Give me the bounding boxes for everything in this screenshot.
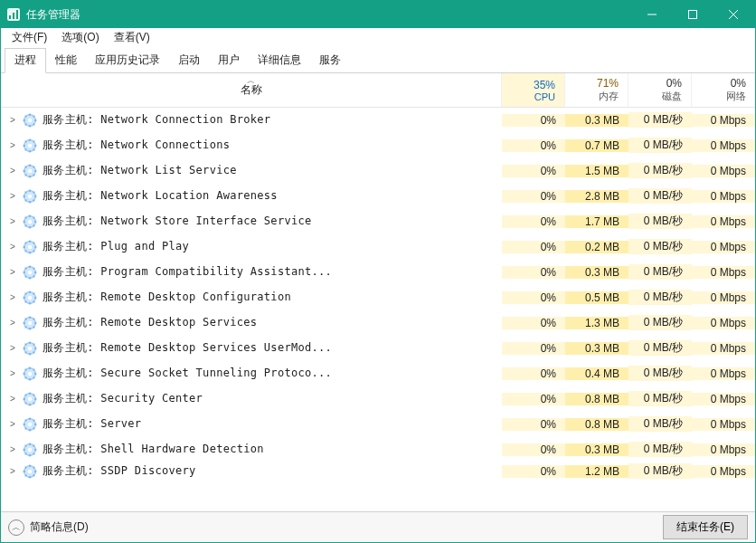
tab-6[interactable]: 服务 — [310, 49, 350, 72]
expand-toggle[interactable]: > — [1, 267, 17, 277]
table-row[interactable]: >服务主机: Remote Desktop Services0%1.3 MB0 … — [1, 310, 755, 336]
expand-toggle[interactable]: > — [1, 466, 17, 476]
gear-icon — [23, 443, 37, 457]
expand-toggle[interactable]: > — [1, 419, 17, 429]
expand-toggle[interactable]: > — [1, 368, 17, 378]
menu-options[interactable]: 选项(O) — [54, 28, 106, 47]
expand-toggle[interactable]: > — [1, 318, 17, 328]
end-task-button[interactable]: 结束任务(E) — [663, 515, 748, 539]
svg-point-127 — [28, 422, 32, 425]
process-name: 服务主机: Network Store Interface Service — [43, 214, 502, 229]
table-row[interactable]: >服务主机: Network Location Awareness0%2.8 M… — [1, 184, 755, 209]
process-name: 服务主机: Program Compatibility Assistant... — [43, 264, 502, 280]
cell-disk: 0 MB/秒 — [628, 463, 692, 479]
tab-1[interactable]: 性能 — [46, 49, 86, 72]
gear-icon — [23, 341, 37, 356]
network-percent: 0% — [701, 77, 746, 90]
cell-net: 0 Mbps — [692, 190, 755, 203]
table-row[interactable]: >服务主机: Secure Socket Tunneling Protoco..… — [1, 361, 755, 386]
cell-disk: 0 MB/秒 — [628, 188, 692, 204]
gear-icon — [23, 417, 37, 432]
fewer-details-link[interactable]: ︿ 简略信息(D) — [8, 519, 89, 536]
tab-0[interactable]: 进程 — [5, 48, 46, 73]
cell-mem: 0.3 MB — [565, 114, 628, 127]
table-row[interactable]: >服务主机: Server0%0.8 MB0 MB/秒0 Mbps — [1, 412, 755, 437]
cell-disk: 0 MB/秒 — [628, 391, 692, 406]
col-network[interactable]: 0% 网络 — [692, 73, 755, 107]
close-button[interactable] — [713, 1, 753, 28]
expand-toggle[interactable]: > — [1, 216, 17, 226]
expand-toggle[interactable]: > — [1, 292, 17, 302]
cell-disk: 0 MB/秒 — [628, 163, 692, 178]
svg-rect-2 — [13, 13, 14, 19]
cell-mem: 0.8 MB — [565, 393, 628, 405]
expand-toggle[interactable]: > — [1, 242, 17, 252]
cell-disk: 0 MB/秒 — [628, 340, 692, 356]
columns-header: ︿ 名称 35% CPU 71% 内存 0% 磁盘 0% 网络 — [1, 73, 755, 108]
cell-disk: 0 MB/秒 — [628, 112, 692, 128]
table-row[interactable]: >服务主机: Remote Desktop Configuration0%0.5… — [1, 285, 755, 310]
svg-point-107 — [28, 371, 32, 375]
task-manager-window: 任务管理器 文件(F) 选项(O) 查看(V) 进程性能应用历史记录启动用户详细… — [0, 0, 756, 543]
tabbar: 进程性能应用历史记录启动用户详细信息服务 — [1, 48, 755, 73]
gear-icon — [23, 214, 37, 229]
table-row[interactable]: >服务主机: Security Center0%0.8 MB0 MB/秒0 Mb… — [1, 386, 755, 412]
table-row[interactable]: >服务主机: Plug and Play0%0.2 MB0 MB/秒0 Mbps — [1, 234, 755, 260]
svg-rect-5 — [688, 11, 696, 19]
minimize-button[interactable] — [631, 1, 672, 28]
menu-view[interactable]: 查看(V) — [107, 28, 157, 47]
table-row[interactable]: >服务主机: Remote Desktop Services UserMod..… — [1, 336, 755, 361]
cell-cpu: 0% — [502, 190, 565, 203]
table-row[interactable]: >服务主机: Network Connection Broker0%0.3 MB… — [1, 108, 755, 133]
table-row[interactable]: >服务主机: Shell Hardware Detection0%0.3 MB0… — [1, 437, 755, 462]
svg-point-87 — [28, 320, 32, 324]
tab-5[interactable]: 详细信息 — [249, 49, 310, 72]
maximize-button[interactable] — [672, 1, 713, 28]
memory-label: 内存 — [574, 90, 619, 103]
cell-net: 0 Mbps — [692, 114, 755, 127]
table-row[interactable]: >服务主机: Network Store Interface Service0%… — [1, 209, 755, 234]
tab-4[interactable]: 用户 — [209, 49, 249, 72]
tab-3[interactable]: 启动 — [169, 49, 209, 72]
expand-toggle[interactable]: > — [1, 115, 17, 125]
col-memory[interactable]: 71% 内存 — [565, 73, 628, 107]
tab-2[interactable]: 应用历史记录 — [86, 49, 169, 72]
gear-icon — [23, 265, 37, 280]
col-cpu[interactable]: 35% CPU — [502, 73, 565, 107]
gear-icon — [23, 138, 37, 153]
cpu-percent: 35% — [511, 79, 555, 91]
cell-disk: 0 MB/秒 — [628, 214, 692, 229]
process-name: 服务主机: Network List Service — [43, 163, 502, 178]
process-name: 服务主机: SSDP Discovery — [43, 463, 502, 479]
cell-cpu: 0% — [502, 443, 565, 456]
menu-file[interactable]: 文件(F) — [5, 28, 54, 47]
table-row[interactable]: >服务主机: Program Compatibility Assistant..… — [1, 260, 755, 285]
process-list[interactable]: >服务主机: Network Connection Broker0%0.3 MB… — [1, 108, 755, 511]
gear-icon — [23, 164, 37, 178]
table-row[interactable]: >服务主机: Network Connections0%0.7 MB0 MB/秒… — [1, 133, 755, 158]
process-name: 服务主机: Remote Desktop Services — [43, 315, 502, 330]
expand-toggle[interactable]: > — [1, 394, 17, 404]
process-name: 服务主机: Remote Desktop Configuration — [43, 290, 502, 305]
expand-toggle[interactable]: > — [1, 140, 17, 150]
expand-toggle[interactable]: > — [1, 444, 17, 454]
svg-point-47 — [28, 219, 32, 223]
footer: ︿ 简略信息(D) 结束任务(E) — [1, 511, 755, 542]
expand-toggle[interactable]: > — [1, 166, 17, 176]
col-name[interactable]: ︿ 名称 — [1, 73, 502, 107]
svg-point-147 — [28, 469, 32, 472]
cell-cpu: 0% — [502, 465, 565, 478]
cell-net: 0 Mbps — [692, 465, 755, 478]
cell-disk: 0 MB/秒 — [628, 264, 692, 280]
table-row[interactable]: >服务主机: Network List Service0%1.5 MB0 MB/… — [1, 158, 755, 184]
app-icon — [6, 7, 21, 22]
svg-point-7 — [28, 118, 32, 121]
col-disk[interactable]: 0% 磁盘 — [628, 73, 692, 107]
expand-toggle[interactable]: > — [1, 191, 17, 201]
expand-toggle[interactable]: > — [1, 343, 17, 353]
cell-disk: 0 MB/秒 — [628, 239, 692, 254]
cell-cpu: 0% — [502, 367, 565, 380]
table-row[interactable]: >服务主机: SSDP Discovery0%1.2 MB0 MB/秒0 Mbp… — [1, 462, 755, 481]
svg-point-37 — [28, 194, 32, 197]
cell-cpu: 0% — [502, 241, 565, 253]
